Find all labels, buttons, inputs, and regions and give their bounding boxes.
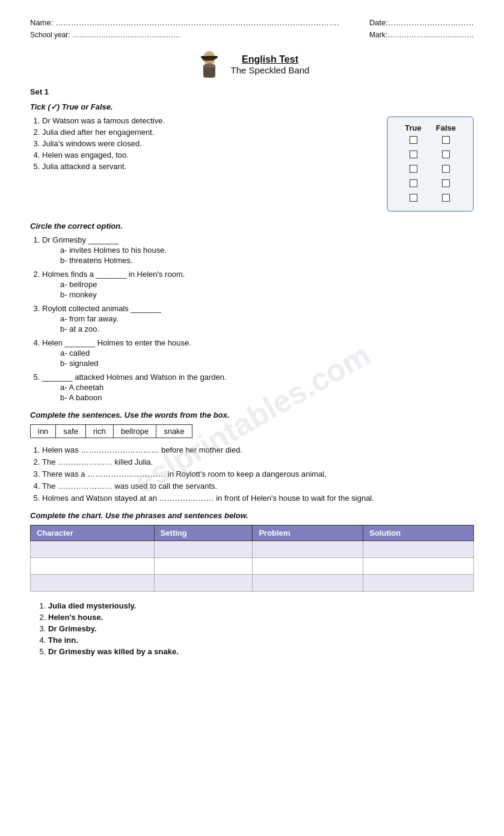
school-year-label: School year: ………………………………………	[30, 31, 180, 39]
circle-section: Dr Grimesby _______ a- invites Holmes to…	[30, 235, 474, 402]
complete-s1: Helen was ………………………… before her mother d…	[42, 445, 474, 454]
mark-label: Mark:………………………………	[369, 31, 474, 39]
svg-point-5	[211, 58, 213, 61]
circle-q5-options: a- A cheetah b- A baboon	[42, 383, 474, 402]
date-label: Date:……………………………	[369, 18, 474, 27]
option-a: a- bellrope	[60, 280, 474, 289]
section3-title: Complete the sentences. Use the words fr…	[30, 410, 474, 420]
answer-1: Julia died mysteriously.	[48, 601, 474, 610]
circle-q1-stem: Dr Grimesby _______	[42, 235, 118, 244]
circle-q2-options: a- bellrope b- monkey	[42, 280, 474, 299]
option-b: b- A baboon	[60, 393, 474, 402]
main-title: English Test	[231, 54, 310, 65]
checkbox-true-5[interactable]	[398, 191, 428, 206]
word-bellrope: bellrope	[114, 425, 156, 438]
circle-q3-stem: Roylott collected animals _______	[42, 304, 161, 313]
word-box: inn safe rich bellrope snake	[30, 424, 192, 438]
option-a: a- A cheetah	[60, 383, 474, 392]
section1-title: Tick (✓) True or False.	[30, 102, 474, 111]
set-label: Set 1	[30, 87, 474, 96]
circle-q5: _______ attacked Holmes and Watson in th…	[42, 373, 474, 402]
checkbox-true-4[interactable]	[398, 177, 428, 191]
true-false-container: Dr Watson was a famous detective. Julia …	[30, 116, 474, 212]
checkbox-true-3[interactable]	[398, 163, 428, 177]
option-b: b- monkey	[60, 290, 474, 299]
option-a: a- from far away.	[60, 314, 474, 323]
chart-header-row: Character Setting Problem Solution	[31, 525, 474, 541]
answers-list: Julia died mysteriously. Helen's house. …	[30, 601, 474, 656]
complete-s2: The ………………… killed Julia.	[42, 457, 474, 466]
table-row	[398, 177, 463, 191]
checkbox-false-5[interactable]	[429, 191, 463, 206]
word-inn: inn	[31, 425, 56, 438]
option-a: a- invites Holmes to his house.	[60, 246, 474, 255]
option-b: b- threatens Holmes.	[60, 256, 474, 265]
circle-q2: Holmes finds a _______ in Helen's room. …	[42, 270, 474, 299]
answers-section: Julia died mysteriously. Helen's house. …	[30, 601, 474, 656]
complete-s5: Holmes and Watson stayed at an ………………… i…	[42, 494, 474, 503]
header-line2: School year: ……………………………………… Mark:…………………	[30, 31, 474, 39]
chart-row-2	[31, 558, 474, 575]
table-row	[398, 148, 463, 163]
chart-cell[interactable]	[363, 575, 474, 592]
option-b: b- signaled	[60, 359, 474, 368]
complete-s4: The ………………… was used to call the servant…	[42, 481, 474, 491]
answer-3: Dr Grimesby.	[48, 624, 474, 633]
answer-2: Helen's house.	[48, 613, 474, 622]
chart-cell[interactable]	[363, 541, 474, 558]
circle-question-list: Dr Grimesby _______ a- invites Holmes to…	[30, 235, 474, 402]
checkbox-true-1[interactable]	[398, 134, 428, 148]
section2-title: Circle the correct option.	[30, 221, 474, 231]
chart-cell[interactable]	[31, 558, 155, 575]
complete-sentence-list: Helen was ………………………… before her mother d…	[30, 445, 474, 503]
tf-table-wrapper: True False	[387, 116, 474, 212]
col-character: Character	[31, 525, 155, 541]
svg-point-4	[206, 58, 208, 61]
chart-cell[interactable]	[31, 575, 155, 592]
circle-q4-stem: Helen _______ Holmes to enter the house.	[42, 338, 191, 347]
chart-cell[interactable]	[154, 558, 253, 575]
circle-q4: Helen _______ Holmes to enter the house.…	[42, 338, 474, 368]
option-b: b- at a zoo.	[60, 324, 474, 333]
chart-cell[interactable]	[363, 558, 474, 575]
table-row	[398, 191, 463, 206]
answer-5: Dr Grimesby was killed by a snake.	[48, 647, 474, 656]
tf-table: True False	[398, 122, 463, 206]
tf-questions: Dr Watson was a famous detective. Julia …	[30, 116, 369, 212]
checkbox-false-2[interactable]	[429, 148, 463, 163]
chart-table: Character Setting Problem Solution	[30, 525, 474, 592]
checkbox-false-3[interactable]	[429, 163, 463, 177]
circle-q5-stem: _______ attacked Holmes and Watson in th…	[42, 373, 227, 382]
option-a: a- called	[60, 348, 474, 358]
tf-q1: Dr Watson was a famous detective.	[42, 116, 369, 125]
circle-q3-options: a- from far away. b- at a zoo.	[42, 314, 474, 333]
checkbox-true-2[interactable]	[398, 148, 428, 163]
title-text: English Test The Speckled Band	[231, 54, 310, 75]
table-row	[398, 163, 463, 177]
complete-s3: There was a ………………………… in Roylott's room…	[42, 469, 474, 478]
chart-cell[interactable]	[253, 541, 363, 558]
word-snake: snake	[156, 425, 192, 438]
col-true: True	[398, 122, 428, 134]
circle-q4-options: a- called b- signaled	[42, 348, 474, 368]
col-solution: Solution	[363, 525, 474, 541]
checkbox-false-1[interactable]	[429, 134, 463, 148]
checkbox-false-4[interactable]	[429, 177, 463, 191]
chart-cell[interactable]	[154, 575, 253, 592]
circle-q3: Roylott collected animals _______ a- fro…	[42, 304, 474, 333]
chart-cell[interactable]	[31, 541, 155, 558]
name-label: Name: ……………………………………………………………………………………………	[30, 18, 339, 27]
chart-cell[interactable]	[253, 558, 363, 575]
title-block: English Test The Speckled Band	[30, 48, 474, 81]
complete-section: inn safe rich bellrope snake Helen was ……	[30, 424, 474, 503]
chart-cell[interactable]	[253, 575, 363, 592]
chart-section: Character Setting Problem Solution	[30, 525, 474, 592]
chart-row-3	[31, 575, 474, 592]
table-row	[398, 134, 463, 148]
header-line1: Name: ……………………………………………………………………………………………	[30, 18, 474, 27]
chart-cell[interactable]	[154, 541, 253, 558]
answer-4: The inn.	[48, 636, 474, 645]
detective-icon	[195, 48, 224, 81]
word-safe: safe	[56, 425, 86, 438]
col-problem: Problem	[253, 525, 363, 541]
